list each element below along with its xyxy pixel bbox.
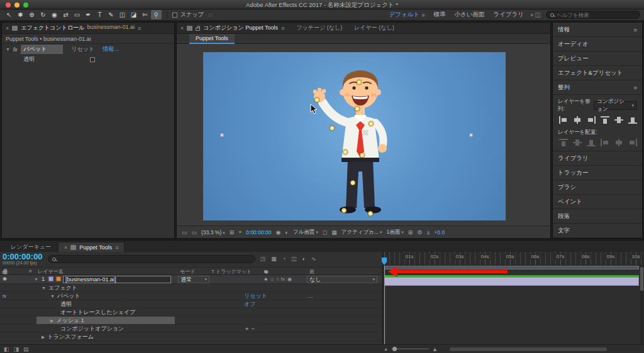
effect-reset-link[interactable]: リセット xyxy=(71,45,94,53)
parent-select[interactable]: なし▾ xyxy=(307,276,377,283)
twirl-icon[interactable]: ▼ xyxy=(50,292,55,300)
always-preview-icon[interactable]: ▭ xyxy=(182,229,187,236)
sidebar-panel-smoother[interactable]: スムーザー xyxy=(553,238,642,239)
close-panel-icon[interactable]: × xyxy=(6,25,9,31)
align-left-icon[interactable] xyxy=(559,116,568,124)
column-number[interactable]: # xyxy=(29,268,31,274)
viewer-tab-puppet-tools[interactable]: Puppet Tools xyxy=(189,34,235,44)
mask-visibility-icon[interactable]: ⌖ xyxy=(238,229,242,236)
snap-options-icon[interactable]: ∷ xyxy=(209,12,213,18)
pen-tool-icon[interactable]: ✒ xyxy=(83,10,94,19)
effect-enable-toggle[interactable]: fx xyxy=(13,46,18,53)
clone-stamp-tool-icon[interactable]: ◫ xyxy=(117,10,128,19)
draft-3d-icon[interactable]: ▦ xyxy=(271,256,277,262)
shy-icon[interactable]: ◔ xyxy=(282,256,286,262)
workspace-tab-small-screen[interactable]: 小さい画面 xyxy=(454,11,484,19)
tab-timeline-puppet-tools[interactable]: × Puppet Tools ≡ xyxy=(58,242,125,252)
collapse-switch-icon[interactable]: ☼ xyxy=(270,276,274,282)
snap-checkbox[interactable] xyxy=(172,13,177,18)
zoom-out-frames-icon[interactable]: ▲ xyxy=(384,347,388,351)
time-ruler[interactable]: 01s02s03s04s05s06s07s08s09s10s xyxy=(383,252,644,266)
sidebar-panel-align[interactable]: 整列 xyxy=(553,80,642,95)
puppet-pin-head[interactable] xyxy=(357,80,362,85)
composition-viewport[interactable] xyxy=(177,44,550,225)
blend-mode-select[interactable]: 通常▾ xyxy=(178,276,209,283)
effect-row-puppet[interactable]: ▼ fx パペット リセット 情報... xyxy=(2,44,174,55)
camera-tool-icon[interactable]: ◉ xyxy=(49,10,60,19)
exposure-icon[interactable]: ± xyxy=(426,229,430,236)
property-value[interactable]: リセット xyxy=(244,292,267,300)
panel-menu-icon[interactable] xyxy=(633,26,637,33)
fx-switch-icon[interactable]: fx xyxy=(281,276,285,282)
align-bottom-icon[interactable] xyxy=(628,116,637,124)
help-search-box[interactable] xyxy=(546,11,640,19)
panel-menu-icon[interactable]: ≡ xyxy=(115,244,118,251)
align-right-icon[interactable] xyxy=(587,116,596,124)
pixel-aspect-icon[interactable]: ⊞ xyxy=(408,229,413,236)
layer-duration-bar[interactable] xyxy=(384,277,639,286)
puppet-pin-left-elbow[interactable] xyxy=(330,126,335,131)
puppet-pin-right-hand[interactable] xyxy=(369,121,374,126)
hand-tool-icon[interactable]: ✱ xyxy=(15,10,26,19)
column-mode[interactable]: モード xyxy=(180,268,195,275)
tab-effect-controls[interactable]: エフェクトコントロール businessman-01.ai xyxy=(21,24,135,32)
composition-canvas[interactable] xyxy=(203,52,506,220)
timeline-property-row[interactable]: コンポジットオプション ＋ − xyxy=(0,325,382,333)
column-trackmatte[interactable]: T トラックマット xyxy=(211,268,252,275)
panel-menu-icon[interactable]: ≡ xyxy=(281,25,284,31)
show-channel-icon[interactable]: ◐ xyxy=(285,229,288,236)
zoom-in-frames-icon[interactable]: ▲ xyxy=(432,346,438,352)
composition-mini-flowchart-icon[interactable]: ◳ xyxy=(260,256,266,262)
twirl-icon[interactable]: ▶ xyxy=(50,317,53,325)
close-panel-icon[interactable]: × xyxy=(180,25,184,31)
type-tool-icon[interactable]: T xyxy=(94,10,105,19)
puppet-pin-knee[interactable] xyxy=(350,180,355,185)
view-select[interactable]: アクティブカ...▾ xyxy=(341,229,382,236)
panel-menu-icon[interactable]: ≡ xyxy=(138,25,141,31)
track-area[interactable] xyxy=(383,266,644,344)
timeline-horizontal-scrollbar[interactable] xyxy=(450,347,607,351)
tab-composition[interactable]: コンポジション Puppet Tools xyxy=(203,24,278,32)
sidebar-panel-preview[interactable]: プレビュー xyxy=(553,52,642,66)
timeline-property-row[interactable]: fx ▼ パペット リセット ... xyxy=(0,292,382,300)
main-viewer-icon[interactable]: ▭ xyxy=(192,229,197,236)
column-parent[interactable]: 親 xyxy=(309,268,314,275)
shape-tool-icon[interactable]: ▭ xyxy=(72,10,82,19)
timeline-property-row[interactable]: オートトレースしたシェイプ xyxy=(0,308,382,317)
close-window-button[interactable] xyxy=(6,3,11,8)
sidebar-panel-effects-presets[interactable]: エフェクト&プリセット xyxy=(553,66,642,80)
motion-blur-switch-icon[interactable]: ◉ xyxy=(287,276,292,282)
effect-info-link[interactable]: 情報... xyxy=(103,45,119,53)
layer-row-businessman[interactable]: ◉ ▼ 1 [businessman-01.ai] 通常▾ ♣☼\fx◉ なし▾ xyxy=(0,275,382,284)
motion-blur-icon[interactable]: ◐ xyxy=(303,256,306,262)
zoom-slider-knob[interactable] xyxy=(392,347,397,351)
transparency-grid-icon[interactable]: ▦ xyxy=(331,229,337,236)
selection-handle-right[interactable] xyxy=(469,133,473,137)
sidebar-panel-character[interactable]: 文字 xyxy=(553,224,642,238)
selection-tool-icon[interactable]: ↖ xyxy=(4,10,14,19)
exposure-value[interactable]: +0.0 xyxy=(434,229,445,236)
selection-handle-left[interactable] xyxy=(220,133,224,137)
puppet-pin-foot-right[interactable] xyxy=(368,211,373,216)
zoom-level[interactable]: (33.3 %)▾ xyxy=(201,229,225,236)
layer-name-box[interactable]: [businessman-01.ai] xyxy=(63,276,171,283)
puppet-pin-hip-left[interactable] xyxy=(343,149,348,155)
transparent-checkbox[interactable] xyxy=(90,57,95,62)
layer-visibility-toggle[interactable]: ◉ xyxy=(3,276,7,281)
layer-anchor-point[interactable] xyxy=(362,129,369,136)
sidebar-panel-brush[interactable]: ブラシ xyxy=(553,180,642,195)
puppet-pin-foot-left[interactable] xyxy=(341,208,347,213)
toggle-transfer-controls-icon[interactable]: ◨ xyxy=(14,346,19,352)
viewer-lock-icon[interactable] xyxy=(196,28,200,31)
timeline-property-row[interactable]: 透明 オフ xyxy=(0,300,382,308)
tab-render-queue[interactable]: レンダーキュー xyxy=(5,242,57,252)
twirl-down-icon[interactable]: ▼ xyxy=(6,47,10,52)
property-value[interactable]: ＋ − xyxy=(244,325,255,333)
sidebar-panel-audio[interactable]: オーディオ xyxy=(553,37,642,52)
pan-behind-tool-icon[interactable]: ⇄ xyxy=(60,10,71,19)
workspace-tab-default[interactable]: デフォルト xyxy=(389,11,425,19)
frame-blend-icon[interactable]: ◫ xyxy=(291,256,297,262)
playhead-line[interactable] xyxy=(384,266,385,344)
sidebar-panel-paint[interactable]: ペイント xyxy=(553,195,642,209)
toggle-layer-switches-icon[interactable]: ◧ xyxy=(4,346,9,352)
